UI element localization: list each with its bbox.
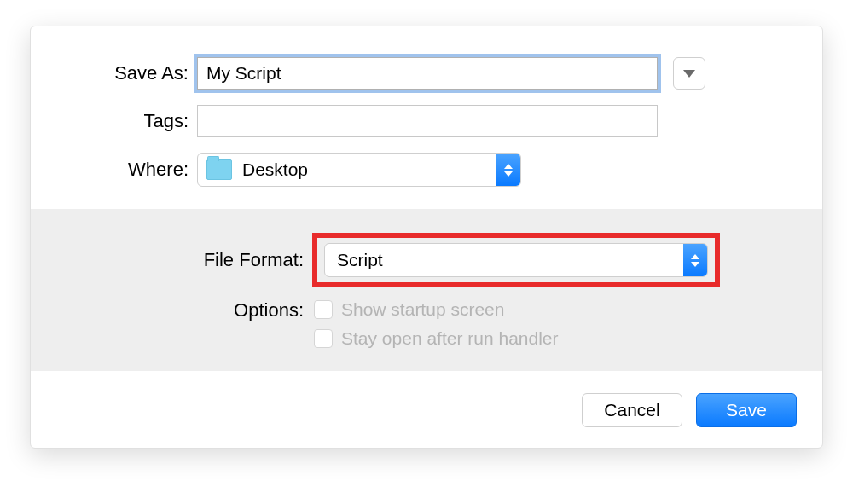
file-format-row: File Format: Script [56,233,797,287]
tags-input[interactable] [197,105,658,137]
chevron-down-icon [683,70,695,78]
checkbox-stay-open [314,329,333,348]
options-section: File Format: Script Options: Show startu… [31,209,822,371]
checkbox-label: Show startup screen [341,299,504,320]
options-row: Options: Show startup screen Stay open a… [56,299,797,349]
file-format-select[interactable]: Script [324,243,708,277]
saveas-label: Save As: [56,62,197,84]
save-dialog: Save As: Tags: Where: Desktop [30,26,823,449]
where-row: Where: Desktop [31,153,822,187]
tags-label: Tags: [56,110,197,132]
tags-row: Tags: [31,105,822,137]
dialog-footer: Cancel Save [31,393,822,427]
file-format-value: Script [337,250,383,270]
saveas-row: Save As: [31,57,822,90]
cancel-button[interactable]: Cancel [582,393,682,427]
file-format-label: File Format: [56,249,312,271]
where-select[interactable]: Desktop [197,153,521,187]
option-show-startup: Show startup screen [314,299,559,320]
checkbox-show-startup [314,300,333,319]
expand-button[interactable] [673,57,705,90]
updown-arrows-icon [683,244,707,276]
file-format-highlight: Script [312,233,720,287]
where-label: Where: [56,159,197,181]
saveas-input[interactable] [197,57,658,90]
folder-icon [206,159,232,180]
where-value: Desktop [242,159,308,180]
checkbox-label: Stay open after run handler [341,328,559,349]
options-label: Options: [56,299,312,322]
updown-arrows-icon [496,154,520,186]
save-button[interactable]: Save [696,393,797,427]
option-stay-open: Stay open after run handler [314,328,559,349]
